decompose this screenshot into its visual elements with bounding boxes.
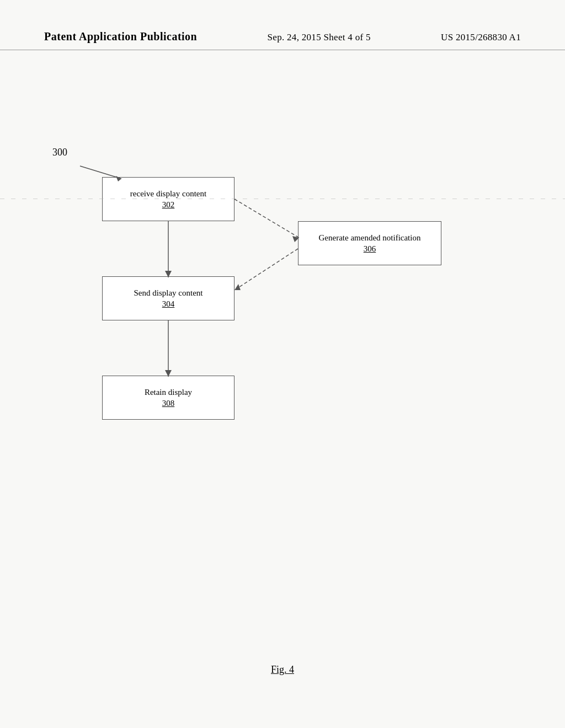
box-306: Generate amended notification 306 [298,221,441,265]
box-306-label: Generate amended notification [319,233,421,244]
box-302-label: receive display content [130,189,206,200]
diagram-area: 300 receive display content 302 Send dis… [0,61,565,491]
box-302: receive display content 302 [102,177,234,221]
box-304-number: 304 [162,299,175,309]
svg-line-8 [234,249,298,290]
patent-page: Patent Application Publication Sep. 24, … [0,0,565,728]
page-header: Patent Application Publication Sep. 24, … [0,0,565,50]
date-sheet-info: Sep. 24, 2015 Sheet 4 of 5 [268,32,371,43]
box-308-number: 308 [162,399,175,408]
box-304-label: Send display content [134,288,203,299]
scan-artifact [0,199,565,199]
publication-title: Patent Application Publication [44,30,197,43]
diagram-label-300: 300 [52,147,67,158]
box-308-label: Retain display [145,387,192,398]
box-308: Retain display 308 [102,376,234,420]
svg-marker-9 [234,284,241,290]
patent-number: US 2015/268830 A1 [441,32,521,43]
figure-label: Fig. 4 [271,664,294,676]
svg-line-6 [234,199,299,238]
box-302-number: 302 [162,200,175,210]
box-306-number: 306 [364,244,376,254]
arrows-svg [0,61,565,491]
box-304: Send display content 304 [102,276,234,320]
